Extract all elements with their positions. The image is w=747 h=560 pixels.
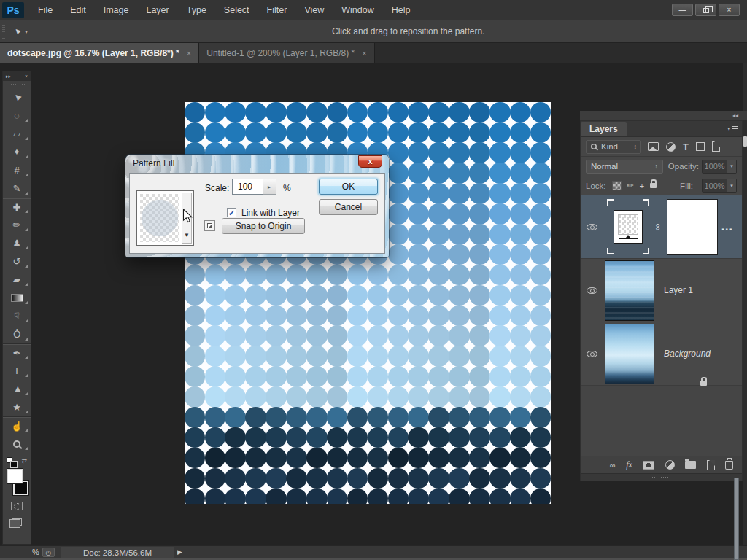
crop-tool[interactable]: # — [3, 161, 31, 179]
menu-select[interactable]: Select — [215, 0, 258, 20]
layer-thumbnail[interactable] — [605, 260, 654, 321]
healing-brush-tool[interactable]: ✚ — [3, 198, 31, 216]
link-with-layer-checkbox[interactable]: ✓ — [227, 208, 236, 217]
visibility-eye-icon[interactable] — [587, 287, 597, 294]
halftone-dot — [185, 468, 205, 489]
menu-window[interactable]: Window — [333, 0, 382, 20]
magic-wand-tool[interactable]: ✦ — [3, 143, 31, 161]
menu-layer[interactable]: Layer — [137, 0, 177, 20]
default-colors-icon[interactable] — [7, 457, 12, 463]
snap-origin-icon[interactable] — [204, 220, 215, 231]
type-tool[interactable]: T — [3, 362, 31, 380]
scale-input[interactable] — [232, 179, 263, 195]
toolbar-close-icon[interactable]: × — [25, 74, 28, 79]
zoom-tool[interactable] — [3, 435, 31, 453]
hand-tool[interactable]: ☝ — [3, 416, 31, 435]
filter-smart-object-icon[interactable] — [712, 141, 720, 152]
scrollbar[interactable] — [734, 478, 739, 560]
new-layer-icon[interactable] — [707, 460, 715, 470]
menu-type[interactable]: Type — [178, 0, 215, 20]
filter-pixel-layers-icon[interactable] — [648, 142, 659, 151]
opacity-input[interactable]: 100% ▾ — [702, 160, 737, 174]
dialog-titlebar[interactable]: Pattern Fill x — [125, 155, 389, 173]
move-tool[interactable]: ► — [3, 88, 31, 106]
eyedropper-tool[interactable]: ✎ — [3, 179, 31, 198]
path-selection-tool[interactable]: ► — [3, 380, 31, 398]
visibility-eye-icon[interactable] — [587, 351, 597, 357]
layer-row-background[interactable]: Background — [581, 322, 742, 386]
minimize-button[interactable]: — — [672, 4, 693, 16]
link-layers-icon[interactable]: ∞ — [610, 461, 616, 470]
add-mask-icon[interactable] — [643, 461, 654, 470]
status-history-button[interactable]: ◷ — [42, 548, 55, 557]
group-layers-icon[interactable] — [685, 461, 696, 469]
dodge-tool[interactable]: Ϙ — [3, 325, 31, 343]
halftone-dot — [469, 366, 489, 386]
chevron-down-icon[interactable]: ▾ — [727, 179, 736, 192]
shape-tool[interactable]: ★ — [3, 398, 31, 416]
menu-help[interactable]: Help — [383, 0, 419, 20]
lock-all-icon[interactable] — [650, 183, 657, 188]
lock-paint-icon[interactable]: ✏ — [627, 181, 634, 190]
toolbar-collapse-icon[interactable]: ▸▸ — [6, 74, 11, 79]
status-expand-icon[interactable]: ▶ — [177, 548, 182, 556]
snap-to-origin-button[interactable]: Snap to Origin — [222, 218, 305, 234]
tab-close-icon[interactable]: × — [362, 49, 366, 58]
menu-image[interactable]: Image — [95, 0, 138, 20]
halftone-dot — [306, 407, 327, 427]
gradient-tool[interactable] — [3, 289, 31, 307]
lock-transparency-icon[interactable] — [612, 181, 622, 190]
panel-menu-button[interactable]: ▾ — [727, 121, 738, 136]
brush-tool[interactable]: ✏ — [3, 216, 31, 234]
pattern-preview[interactable] — [140, 194, 179, 242]
pen-tool[interactable]: ✒ — [3, 343, 31, 362]
document-tab-1[interactable]: dotscape.jpg @ 16.7% (Layer 1, RGB/8*) *… — [0, 43, 199, 63]
adjustment-layer-icon[interactable] — [665, 460, 675, 470]
toolbar-grip[interactable] — [9, 82, 25, 88]
foreground-color-swatch[interactable] — [7, 469, 23, 483]
screen-mode-button[interactable] — [3, 514, 31, 530]
marquee-tool[interactable]: ◌ — [3, 106, 31, 125]
clone-stamp-tool[interactable]: ♟ — [3, 234, 31, 252]
layer-row-layer-1[interactable]: Layer 1 — [581, 259, 742, 322]
cancel-button[interactable]: Cancel — [319, 199, 378, 215]
layer-row-pattern-fill[interactable]: ∞... — [581, 195, 742, 259]
layers-panel-tab[interactable]: Layers — [581, 122, 627, 136]
menu-file[interactable]: File — [29, 0, 61, 20]
document-tab-2[interactable]: Untitled-1 @ 200% (Layer 1, RGB/8) *× — [199, 43, 374, 63]
layer-mask-thumbnail[interactable] — [667, 199, 718, 255]
filter-shape-layers-icon[interactable] — [696, 142, 705, 151]
scale-spinner[interactable]: ▸ — [263, 179, 276, 195]
tool-preset-dropdown[interactable]: ► ▾ — [5, 20, 36, 42]
close-button[interactable]: × — [719, 4, 740, 16]
delete-layer-icon[interactable] — [725, 461, 733, 470]
fill-input[interactable]: 100% ▾ — [702, 179, 737, 192]
filter-type-layers-icon[interactable]: T — [683, 141, 689, 152]
visibility-eye-icon[interactable] — [587, 224, 597, 230]
menu-filter[interactable]: Filter — [258, 0, 296, 20]
smudge-tool[interactable]: ☟ — [3, 307, 31, 325]
layer-thumbnail[interactable] — [605, 324, 654, 384]
halftone-dot — [388, 448, 409, 468]
tab-close-icon[interactable]: × — [187, 49, 191, 58]
lock-move-icon[interactable]: + — [640, 182, 644, 190]
quick-mask-button[interactable] — [3, 498, 31, 514]
collapsed-panel-icon[interactable] — [743, 136, 747, 147]
menu-edit[interactable]: Edit — [61, 0, 95, 20]
restore-button[interactable] — [695, 4, 716, 16]
filter-kind-dropdown[interactable]: Kind ↕ — [586, 140, 641, 154]
ok-button[interactable]: OK — [319, 179, 378, 195]
menu-view[interactable]: View — [295, 0, 333, 20]
layer-style-icon[interactable]: fx — [626, 459, 632, 470]
history-brush-tool[interactable]: ↺ — [3, 252, 31, 271]
swap-colors-icon[interactable]: ⇄ — [21, 457, 27, 464]
lasso-tool[interactable]: ▱ — [3, 125, 31, 143]
filter-adjustment-layers-icon[interactable] — [666, 142, 676, 152]
dialog-close-button[interactable]: x — [358, 155, 382, 168]
blend-mode-dropdown[interactable]: Normal ↕ — [586, 160, 663, 174]
chevron-down-icon[interactable]: ▾ — [727, 160, 736, 173]
pattern-fill-thumbnail[interactable] — [614, 210, 643, 244]
panel-resize-grip[interactable] — [581, 473, 742, 481]
collapse-panels-icon[interactable]: ◂◂ — [732, 112, 738, 119]
eraser-tool[interactable]: ▰ — [3, 271, 31, 289]
